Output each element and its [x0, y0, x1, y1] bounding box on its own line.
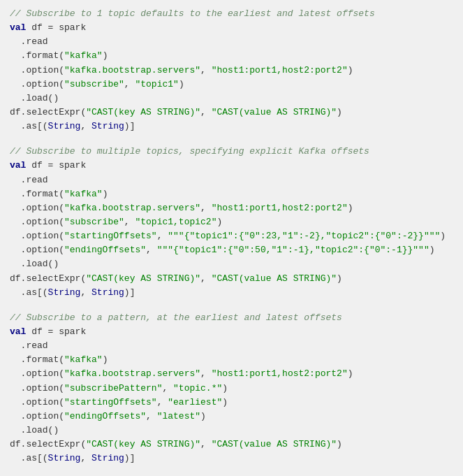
comment-line-3: // Subscribe to a pattern, at the earlie…	[10, 311, 453, 325]
comment-line-1: // Subscribe to 1 topic defaults to the …	[10, 7, 453, 21]
code-line: .option("endingOffsets", """{"topic1":{"…	[10, 243, 453, 257]
code-line: .read	[10, 339, 453, 353]
code-line: .option("endingOffsets", "latest")	[10, 410, 453, 424]
comment-line-2: // Subscribe to multiple topics, specify…	[10, 145, 453, 159]
code-container: // Subscribe to 1 topic defaults to the …	[0, 0, 463, 476]
code-line: .format("kafka")	[10, 187, 453, 201]
code-line: .option("startingOffsets", """{"topic1":…	[10, 229, 453, 243]
code-line: .load()	[10, 92, 453, 106]
code-block-1: // Subscribe to 1 topic defaults to the …	[10, 7, 453, 134]
code-line: .load()	[10, 257, 453, 271]
code-line: .option("kafka.bootstrap.servers", "host…	[10, 367, 453, 381]
code-line: .read	[10, 35, 453, 49]
code-line: .option("kafka.bootstrap.servers", "host…	[10, 201, 453, 215]
code-line: .format("kafka")	[10, 353, 453, 367]
code-line: df.selectExpr("CAST(key AS STRING)", "CA…	[10, 106, 453, 120]
code-line: .option("subscribe", "topic1")	[10, 78, 453, 92]
code-line: df.selectExpr("CAST(key AS STRING)", "CA…	[10, 438, 453, 452]
code-block-3: // Subscribe to a pattern, at the earlie…	[10, 311, 453, 466]
code-line: .load()	[10, 424, 453, 438]
code-line: .read	[10, 173, 453, 187]
code-line: .option("subscribe", "topic1,topic2")	[10, 215, 453, 229]
code-line: val df = spark	[10, 325, 453, 339]
code-line: .option("subscribePattern", "topic.*")	[10, 382, 453, 396]
code-line: .format("kafka")	[10, 49, 453, 63]
code-line: val df = spark	[10, 21, 453, 35]
code-block-2: // Subscribe to multiple topics, specify…	[10, 145, 453, 300]
code-line: .as[(String, String)]	[10, 120, 453, 134]
code-line: val df = spark	[10, 159, 453, 173]
code-line: .as[(String, String)]	[10, 286, 453, 300]
code-line: .option("kafka.bootstrap.servers", "host…	[10, 64, 453, 78]
code-line: .option("startingOffsets", "earliest")	[10, 396, 453, 410]
code-line: .as[(String, String)]	[10, 452, 453, 466]
code-line: df.selectExpr("CAST(key AS STRING)", "CA…	[10, 272, 453, 286]
